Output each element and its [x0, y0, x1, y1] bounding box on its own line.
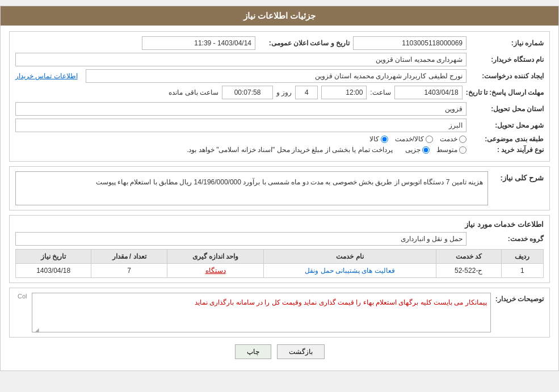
- creator-contact-link[interactable]: اطلاعات تماس خریدار: [15, 72, 78, 80]
- desc-section-title: شرح کلی نیاز:: [493, 171, 544, 182]
- process-radio-medium-label: متوسط: [436, 146, 457, 154]
- deadline-remain-value: 00:07:58: [222, 86, 273, 99]
- table-cell-4: 7: [91, 264, 167, 278]
- city-row: شهر محل تحویل: البرز: [15, 119, 544, 132]
- deadline-row: مهلت ارسال پاسخ: تا تاریخ: 1403/04/18 سا…: [15, 86, 544, 99]
- creator-value: نورج لطیفی کاربردار شهرداری محمدیه استان…: [86, 69, 466, 83]
- col-qty: تعداد / مقدار: [91, 250, 167, 264]
- category-radio-service-input[interactable]: [459, 136, 466, 143]
- process-radio-small-label: جزیی: [405, 146, 421, 154]
- table-row: 1ح-522-52فعالیت های پشتیبانی حمل ونقلدست…: [16, 264, 544, 278]
- back-button[interactable]: بازگشت: [277, 344, 325, 359]
- resize-handle: ◢: [33, 325, 39, 331]
- table-header-row: ردیف کد خدمت نام خدمت واحد اندازه گیری ت…: [16, 250, 544, 264]
- page-header: جزئیات اطلاعات نیاز: [1, 6, 558, 26]
- need-number-value: 1103005118000069: [353, 36, 466, 50]
- process-note: پرداخت تمام یا بخشی از مبلغ خریداز محل "…: [187, 146, 393, 154]
- col-row: ردیف: [501, 250, 543, 264]
- city-value: البرز: [15, 119, 466, 132]
- process-radio-medium[interactable]: متوسط: [436, 146, 466, 154]
- category-radio-goods-service[interactable]: کالا/خدمت: [395, 135, 433, 143]
- category-radio-goods-label: کالا: [369, 135, 379, 143]
- category-radio-goods-service-label: کالا/خدمت: [395, 135, 424, 143]
- category-radio-goods-service-input[interactable]: [426, 136, 433, 143]
- desc-section: شرح کلی نیاز: هزینه تامین 7 دستگاه اتوبو…: [9, 166, 550, 210]
- col-unit: واحد اندازه گیری: [167, 250, 264, 264]
- desc-box: هزینه تامین 7 دستگاه اتوبوس از طریق بخش …: [15, 171, 488, 205]
- table-cell-5: 1403/04/18: [16, 264, 91, 278]
- category-radio-goods[interactable]: کالا: [369, 135, 388, 143]
- process-radio-small-input[interactable]: [422, 146, 430, 154]
- table-cell-0: 1: [501, 264, 543, 278]
- process-radio-small[interactable]: جزیی: [405, 146, 430, 154]
- service-group-row: گروه خدمت: حمل و نقل و انبارداری: [15, 232, 544, 246]
- province-value: قزوین: [15, 102, 466, 116]
- need-number-row: شماره نیاز: 1103005118000069 تاریخ و ساع…: [15, 36, 544, 50]
- date-label: تاریخ و ساعت اعلان عمومی:: [259, 39, 350, 47]
- category-radio-service[interactable]: خدمت: [440, 135, 466, 143]
- col-date: تاریخ نیاز: [16, 250, 91, 264]
- category-label: طبقه بندی موضوعی:: [470, 135, 544, 143]
- need-number-label: شماره نیاز:: [470, 39, 544, 47]
- buyer-name-row: نام دستگاه خریدار: شهرداری محمدیه استان …: [15, 53, 544, 66]
- category-row: طبقه بندی موضوعی: خدمت کالا/خدمت کالا: [15, 135, 544, 143]
- buyer-notes-section: توصیحات خریدار: پیمانکار می بایست کلیه ب…: [9, 288, 550, 338]
- category-radio-goods-input[interactable]: [381, 136, 388, 143]
- date-value: 1403/04/14 - 11:39: [142, 36, 255, 50]
- process-radio-group: متوسط جزیی: [405, 146, 466, 154]
- service-table: ردیف کد خدمت نام خدمت واحد اندازه گیری ت…: [15, 249, 544, 278]
- button-row: بازگشت چاپ: [9, 344, 550, 359]
- buyer-name-label: نام دستگاه خریدار:: [470, 56, 544, 64]
- province-label: استان محل تحویل:: [470, 105, 544, 113]
- process-radio-medium-input[interactable]: [459, 146, 466, 154]
- buyer-name-value: شهرداری محمدیه استان قزوین: [15, 53, 466, 66]
- deadline-time-label: ساعت:: [370, 88, 390, 96]
- category-radio-service-label: خدمت: [440, 135, 457, 143]
- category-radio-group: خدمت کالا/خدمت کالا: [369, 135, 466, 143]
- main-info-section: شماره نیاز: 1103005118000069 تاریخ و ساع…: [9, 31, 550, 162]
- table-cell-3: دستگاه: [167, 264, 264, 278]
- buyer-notes-row: توصیحات خریدار: پیمانکار می بایست کلیه ب…: [15, 293, 544, 332]
- deadline-date-value: 1403/04/18: [394, 86, 463, 99]
- col-name: نام خدمت: [264, 250, 436, 264]
- deadline-day-label: روز و: [276, 88, 292, 96]
- service-group-label: گروه خدمت:: [470, 235, 544, 243]
- deadline-label: مهلت ارسال پاسخ: تا تاریخ:: [466, 88, 544, 96]
- buyer-notes-text: پیمانکار می بایست کلیه برگهای استعلام به…: [195, 298, 487, 306]
- deadline-time-value: 12:00: [321, 86, 367, 99]
- services-section-title: اطلاعات خدمات مورد نیاز: [15, 220, 544, 229]
- services-section: اطلاعات خدمات مورد نیاز گروه خدمت: حمل و…: [9, 215, 550, 283]
- process-row: نوع فرآیند خرید : متوسط جزیی پرداخت تمام…: [15, 146, 544, 154]
- province-row: استان محل تحویل: قزوین: [15, 102, 544, 116]
- table-cell-1: ح-522-52: [436, 264, 501, 278]
- creator-label: ایجاد کننده درخواست:: [470, 72, 544, 80]
- deadline-remain-label: ساعت باقی مانده: [169, 88, 218, 96]
- city-label: شهر محل تحویل:: [470, 121, 544, 129]
- process-label: نوع فرآیند خرید :: [470, 146, 544, 154]
- col-code: کد خدمت: [436, 250, 501, 264]
- service-group-value: حمل و نقل و انبارداری: [15, 232, 466, 246]
- buyer-notes-label: توصیحات خریدار:: [495, 293, 544, 303]
- print-button[interactable]: چاپ: [235, 344, 271, 359]
- col-indicator: Col: [18, 293, 27, 300]
- page-container: جزئیات اطلاعات نیاز شماره نیاز: 11030051…: [0, 6, 559, 371]
- deadline-days-value: 4: [295, 86, 318, 99]
- creator-row: ایجاد کننده درخواست: نورج لطیفی کاربردار…: [15, 69, 544, 83]
- table-cell-2: فعالیت های پشتیبانی حمل ونقل: [264, 264, 436, 278]
- page-title: جزئیات اطلاعات نیاز: [243, 11, 316, 20]
- buyer-notes-box: پیمانکار می بایست کلیه برگهای استعلام به…: [32, 293, 491, 332]
- content-area: شماره نیاز: 1103005118000069 تاریخ و ساع…: [1, 26, 558, 370]
